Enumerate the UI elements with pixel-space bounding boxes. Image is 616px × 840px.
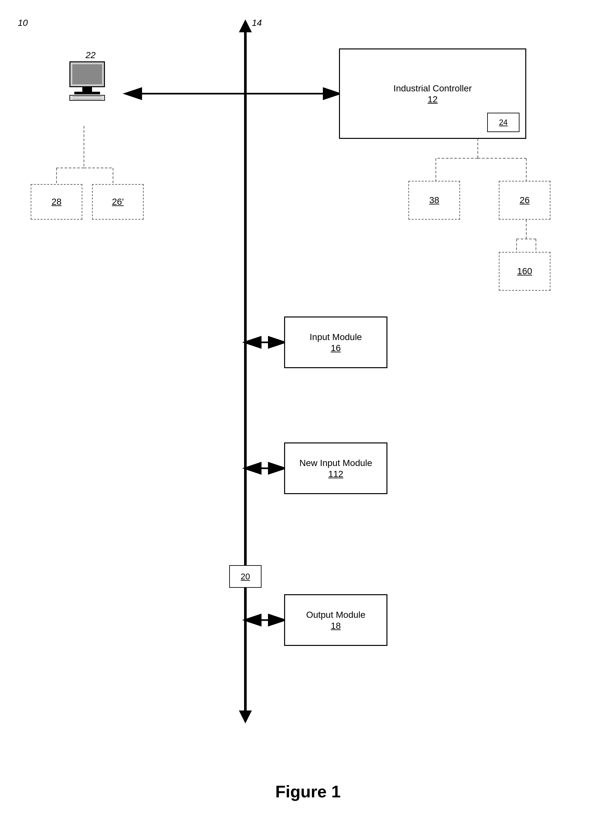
- input-module-num: 16: [331, 343, 340, 353]
- ref-26prime-num: 26': [112, 197, 124, 207]
- svg-marker-8: [239, 711, 252, 723]
- ref-38-box: 38: [408, 181, 460, 220]
- ref-26-num: 26: [519, 195, 529, 206]
- ref-26prime-box: 26': [92, 184, 144, 220]
- new-input-module-label: New Input Module: [299, 457, 372, 469]
- ref-160-box: 160: [499, 252, 550, 291]
- monitor-base: [74, 92, 100, 94]
- monitor-keyboard: [69, 95, 105, 101]
- new-input-module-num: 112: [329, 469, 343, 479]
- ref-20-num: 20: [241, 572, 250, 582]
- ref-28-box: 28: [31, 184, 82, 220]
- ref-24-box: 24: [487, 113, 519, 132]
- industrial-controller-num: 12: [427, 94, 437, 105]
- output-module-box: Output Module 18: [284, 594, 387, 646]
- ref-22-label: 22: [85, 50, 95, 60]
- ref-10-label: 10: [18, 18, 28, 28]
- diagram-container: 10 14 22 Industrial Controller 12 24 28 …: [0, 0, 616, 840]
- monitor-screen: [72, 64, 102, 84]
- industrial-controller-box: Industrial Controller 12 24: [339, 48, 526, 139]
- ref-14-label: 14: [252, 18, 262, 28]
- ref-20-box: 20: [229, 565, 261, 588]
- ref-28-num: 28: [51, 197, 62, 207]
- input-module-label: Input Module: [309, 331, 362, 343]
- input-module-box: Input Module 16: [284, 317, 387, 368]
- ref-24-num: 24: [499, 118, 508, 127]
- ref-160-num: 160: [517, 266, 532, 276]
- ref-26-box: 26: [499, 181, 550, 220]
- output-module-label: Output Module: [306, 609, 365, 621]
- monitor: [69, 62, 105, 87]
- keyboard-lines: [73, 96, 102, 100]
- computer-icon: [69, 62, 105, 101]
- industrial-controller-label: Industrial Controller: [393, 83, 472, 94]
- output-module-num: 18: [331, 621, 340, 631]
- svg-marker-7: [239, 19, 252, 32]
- monitor-stand: [82, 87, 92, 92]
- figure-label: Figure 1: [260, 782, 356, 801]
- new-input-module-box: New Input Module 112: [284, 442, 387, 494]
- ref-38-num: 38: [429, 195, 439, 206]
